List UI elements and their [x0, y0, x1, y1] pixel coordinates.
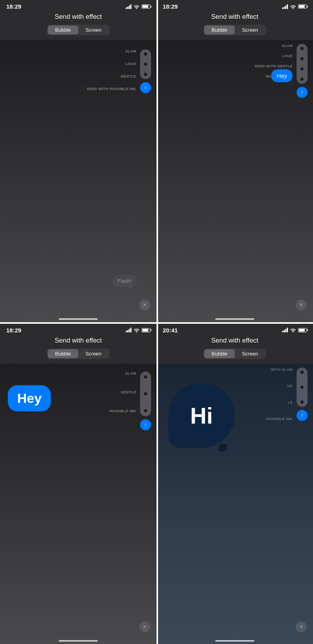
effect-gentle-3: GENTLE: [121, 390, 136, 394]
bubble-tab-2[interactable]: Bubble: [204, 25, 235, 34]
screen-tab-4[interactable]: Screen: [235, 349, 265, 358]
wifi-icon-2: [290, 4, 296, 9]
panel-title-4: Send with effect: [156, 337, 313, 345]
dot-3-2: [144, 392, 147, 395]
effect-track-3: ↑: [140, 372, 151, 430]
send-arrow-1: ↑: [144, 85, 147, 90]
bubble-text-2: Hey: [277, 72, 287, 79]
close-icon-4: ✕: [299, 624, 303, 630]
send-arrow-4: ↑: [301, 412, 304, 419]
signal-icon-3: [126, 328, 131, 332]
effect-labels-4: WITH SLAM UD LE INVISIBLE INK: [266, 368, 293, 421]
wifi-icon-3: [133, 328, 140, 332]
time-3: 18:29: [6, 327, 21, 334]
effect-slam-3: SLAM: [126, 372, 137, 375]
effect-labels-3: SLAM GENTLE INVISIBLE INK: [109, 372, 136, 413]
message-bubble-4: Hi: [168, 383, 235, 448]
effect-withslam-4: WITH SLAM: [271, 368, 293, 372]
battery-icon-3: [142, 328, 150, 332]
close-icon-3: ✕: [143, 624, 147, 630]
panel-title-1: Send with effect: [0, 13, 156, 21]
main-area-1: SLAM LOUD GENTLE SEND WITH INVISIBLE INK…: [0, 40, 156, 322]
message-bubble-3: Hey: [8, 385, 51, 411]
status-icons-3: [126, 328, 150, 332]
home-indicator-3: [59, 640, 98, 642]
send-button-3[interactable]: ↑: [140, 419, 151, 430]
bubble-text-4: Hi: [190, 402, 213, 429]
send-button-1[interactable]: ↑: [140, 82, 151, 93]
segment-control-2: Bubble Screen: [203, 25, 266, 35]
panel-bottom-left: 18:29: [0, 322, 156, 644]
dot-4-2: [300, 386, 304, 389]
signal-icon-1: [126, 4, 131, 9]
dot-2-4: [300, 78, 304, 81]
close-button-2[interactable]: ✕: [296, 299, 307, 310]
effect-slam-2: SLAM: [282, 44, 293, 48]
screen-tab-2[interactable]: Screen: [235, 25, 265, 34]
status-bar-2: 18:29: [156, 0, 313, 11]
status-icons-1: [126, 4, 150, 9]
dot-4-3: [300, 400, 304, 404]
effect-track-4: ↑: [297, 368, 308, 421]
dot-2-3: [300, 67, 304, 70]
effect-scroll-3[interactable]: [140, 372, 151, 416]
dot-3-3: [144, 409, 147, 412]
dot-2: [144, 63, 147, 66]
status-bar-1: 18:29: [0, 0, 156, 11]
close-button-3[interactable]: ✕: [139, 621, 150, 632]
effect-invisible-4: INVISIBLE INK: [266, 417, 293, 421]
wifi-icon-4: [290, 328, 296, 332]
bubble-text-1: Flash!: [118, 278, 131, 284]
home-indicator-4: [215, 640, 254, 642]
status-icons-4: [282, 328, 307, 332]
effect-track-2: ↑: [297, 44, 308, 98]
panel-title-2: Send with effect: [156, 13, 313, 21]
effect-invisible-1: SEND WITH INVISIBLE INK: [86, 87, 136, 91]
panel-top-left: 18:29: [0, 0, 156, 322]
battery-icon-4: [298, 328, 307, 332]
screen-tab-1[interactable]: Screen: [78, 25, 109, 34]
effect-ud-4: UD: [287, 384, 293, 388]
effect-labels-1: SLAM LOUD GENTLE SEND WITH INVISIBLE INK: [86, 49, 136, 91]
main-grid: 18:29: [0, 0, 313, 644]
panel-bottom-right: 20:41: [156, 322, 313, 644]
send-button-4[interactable]: ↑: [297, 410, 308, 421]
effect-scroll-2[interactable]: [297, 44, 308, 84]
dot-3-1: [144, 375, 147, 379]
effect-slam-1: SLAM: [126, 49, 137, 53]
status-icons-2: [282, 4, 307, 9]
bubble-tab-1[interactable]: Bubble: [48, 25, 78, 34]
segment-control-1: Bubble Screen: [47, 25, 110, 35]
send-arrow-2: ↑: [301, 89, 304, 96]
status-bar-3: 18:29: [0, 324, 156, 335]
close-icon-2: ✕: [299, 302, 303, 308]
message-bubble-1: Flash!: [112, 275, 137, 287]
close-button-4[interactable]: ✕: [296, 621, 307, 632]
send-button-2[interactable]: ↑: [297, 87, 308, 98]
home-indicator-2: [215, 318, 254, 320]
send-arrow-3: ↑: [144, 422, 147, 428]
close-button-1[interactable]: ✕: [139, 299, 150, 310]
screen-tab-3[interactable]: Screen: [78, 349, 109, 358]
time-1: 18:29: [6, 3, 21, 10]
home-indicator-1: [59, 318, 98, 320]
status-bar-4: 20:41: [156, 324, 313, 335]
time-4: 20:41: [163, 327, 178, 334]
bubble-tab-3[interactable]: Bubble: [48, 349, 78, 358]
signal-icon-2: [282, 4, 288, 9]
dot-2-1: [300, 47, 304, 50]
effect-scroll-1[interactable]: [140, 49, 151, 79]
bubble-tab-4[interactable]: Bubble: [204, 349, 235, 358]
effect-gentle-1: GENTLE: [121, 74, 136, 78]
main-area-4: WITH SLAM UD LE INVISIBLE INK ↑: [156, 364, 313, 644]
effect-loud-2: LOUD: [282, 54, 293, 58]
effect-track-1: ↑: [140, 49, 151, 93]
dot-2-2: [300, 57, 304, 60]
wifi-icon-1: [133, 4, 140, 9]
message-bubble-2: Hey: [271, 69, 293, 82]
effect-loud-1: LOUD: [126, 62, 137, 66]
effect-scroll-4[interactable]: [297, 368, 308, 407]
segment-control-3: Bubble Screen: [47, 348, 110, 359]
battery-icon-2: [298, 4, 307, 9]
effect-invisible-3: INVISIBLE INK: [109, 409, 136, 413]
